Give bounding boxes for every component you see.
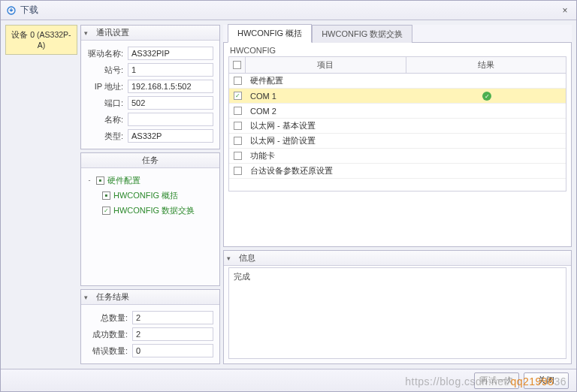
row-type: 类型:AS332P <box>87 128 213 144</box>
panel-title: 任务 <box>142 155 159 166</box>
row-checkbox-cell[interactable] <box>229 137 246 145</box>
collapse-icon[interactable]: ▾ <box>227 255 231 262</box>
collapse-icon[interactable]: ▾ <box>84 294 88 301</box>
panel-title: 信息 <box>239 252 255 264</box>
close-icon[interactable]: × <box>560 5 570 16</box>
results-body: 总数量:2 成功数量:2 错误数量:0 <box>81 305 219 363</box>
table-row[interactable]: 功能卡 <box>229 149 566 164</box>
row-item-label: 以太网 - 基本设置 <box>246 120 408 131</box>
comm-settings-body: 驱动名称:AS332PIP 站号:1 IP 地址:192.168.1.5:502… <box>81 41 219 149</box>
tree-expand-icon[interactable]: - <box>86 176 93 184</box>
results-header: ▾ 任务结果 <box>81 290 219 305</box>
label-success: 成功数量: <box>87 329 129 340</box>
table-row[interactable]: COM 2 <box>229 104 566 119</box>
device-column: 设备 0 (AS332P-A) <box>5 25 77 364</box>
value-driver-name[interactable]: AS332PIP <box>128 47 213 60</box>
table-row[interactable]: 以太网 - 基本设置 <box>229 119 566 134</box>
info-header: ▾ 信息 <box>224 251 571 266</box>
middle-column: ▾ 通讯设置 驱动名称:AS332PIP 站号:1 IP 地址:192.168.… <box>80 25 220 364</box>
row-station: 站号:1 <box>87 62 213 78</box>
checkbox-icon[interactable] <box>234 122 242 130</box>
row-item-label: 台达设备参数还原设置 <box>246 165 408 176</box>
tree-item-label: HWCONFIG 概括 <box>113 190 178 201</box>
row-checkbox-cell[interactable] <box>229 107 246 115</box>
grid-header-result: 结果 <box>406 57 566 73</box>
row-checkbox-cell[interactable] <box>229 167 246 175</box>
tab-hwconfig-overview[interactable]: HWCONFIG 概括 <box>228 24 312 43</box>
collapse-icon[interactable]: ▾ <box>84 29 88 37</box>
row-success: 成功数量:2 <box>87 326 213 342</box>
retry-button[interactable]: 再试一次 <box>474 372 519 389</box>
grid-header-checkbox[interactable] <box>229 57 246 73</box>
tree-root[interactable]: - 硬件配置 <box>86 173 215 188</box>
checkbox-icon[interactable] <box>234 77 242 85</box>
value-port[interactable]: 502 <box>128 96 213 110</box>
checkbox-icon[interactable] <box>234 137 242 145</box>
success-icon: ✓ <box>482 92 491 101</box>
row-checkbox-cell[interactable] <box>229 122 246 130</box>
label-type: 类型: <box>87 131 125 142</box>
row-checkbox-cell[interactable] <box>229 77 246 85</box>
device-chip[interactable]: 设备 0 (AS332P-A) <box>5 25 77 55</box>
row-item-label: 硬件配置 <box>246 75 408 86</box>
grid-body[interactable]: 硬件配置✓COM 1✓COM 2以太网 - 基本设置以太网 - 进阶设置功能卡台… <box>229 74 566 191</box>
window-title: 下载 <box>20 4 38 17</box>
grid-group-label: HWCONFIG <box>224 43 571 56</box>
label-total: 总数量: <box>87 312 129 324</box>
row-item-label: COM 1 <box>246 92 408 101</box>
grid-container: HWCONFIG 概括 HWCONFIG 数据交换 HWCONFIG 项目 结果… <box>223 25 572 247</box>
tree-root-label: 硬件配置 <box>107 175 140 186</box>
tab-bar: HWCONFIG 概括 HWCONFIG 数据交换 <box>223 25 572 43</box>
tree-checkbox[interactable] <box>102 207 110 215</box>
row-total: 总数量:2 <box>87 309 213 326</box>
row-item-label: COM 2 <box>246 107 408 116</box>
row-item-label: 功能卡 <box>246 150 408 161</box>
value-station[interactable]: 1 <box>128 63 213 77</box>
panel-title: 任务结果 <box>96 291 129 303</box>
info-panel: ▾ 信息 完成 <box>223 250 572 364</box>
row-checkbox-cell[interactable]: ✓ <box>229 92 246 100</box>
tree-item-exchange[interactable]: HWCONFIG 数据交换 <box>102 203 215 218</box>
tree-checkbox[interactable] <box>96 176 104 185</box>
tree-item-label: HWCONFIG 数据交换 <box>113 205 195 216</box>
dialog-body: 设备 0 (AS332P-A) ▾ 通讯设置 驱动名称:AS332PIP 站号:… <box>1 20 576 369</box>
value-success: 2 <box>132 327 213 341</box>
value-name[interactable] <box>128 113 213 126</box>
close-button[interactable]: 关闭 <box>524 372 569 389</box>
label-ip: IP 地址: <box>87 81 125 92</box>
table-row[interactable]: ✓COM 1✓ <box>229 89 566 104</box>
label-driver-name: 驱动名称: <box>87 48 125 59</box>
value-ip[interactable]: 192.168.1.5:502 <box>128 80 213 93</box>
row-driver-name: 驱动名称:AS332PIP <box>87 45 213 62</box>
tab-content: HWCONFIG 项目 结果 硬件配置✓COM 1✓COM 2以太网 - 基本设… <box>223 43 572 247</box>
row-error: 错误数量:0 <box>87 342 213 359</box>
row-ip: IP 地址:192.168.1.5:502 <box>87 78 213 95</box>
checkbox-icon[interactable]: ✓ <box>234 92 242 100</box>
tree-checkbox[interactable] <box>102 191 110 200</box>
checkbox-icon[interactable] <box>234 167 242 175</box>
table-row[interactable]: 台达设备参数还原设置 <box>229 164 566 179</box>
titlebar: 下载 × <box>1 1 576 20</box>
grid-header: 项目 结果 <box>229 57 566 74</box>
tree-children: HWCONFIG 概括 HWCONFIG 数据交换 <box>86 188 215 218</box>
hwconfig-grid: 项目 结果 硬件配置✓COM 1✓COM 2以太网 - 基本设置以太网 - 进阶… <box>228 56 566 191</box>
checkbox-icon[interactable] <box>234 152 242 160</box>
row-item-label: 以太网 - 进阶设置 <box>246 135 408 146</box>
download-icon <box>7 6 16 15</box>
row-checkbox-cell[interactable] <box>229 152 246 160</box>
tree-item-overview[interactable]: HWCONFIG 概括 <box>102 188 215 203</box>
titlebar-left: 下载 <box>7 4 38 17</box>
label-name: 名称: <box>87 114 125 125</box>
table-row[interactable]: 以太网 - 进阶设置 <box>229 134 566 149</box>
task-results-panel: ▾ 任务结果 总数量:2 成功数量:2 错误数量:0 <box>80 289 220 364</box>
label-error: 错误数量: <box>87 345 129 357</box>
row-port: 端口:502 <box>87 95 213 111</box>
task-panel: 任务 - 硬件配置 HWCONFIG 概括 <box>80 152 220 286</box>
table-row[interactable]: 硬件配置 <box>229 74 566 89</box>
tab-hwconfig-exchange[interactable]: HWCONFIG 数据交换 <box>312 25 412 43</box>
task-tree: - 硬件配置 HWCONFIG 概括 HWCONFIG 数据交换 <box>81 168 219 285</box>
checkbox-icon[interactable] <box>234 107 242 115</box>
comm-settings-panel: ▾ 通讯设置 驱动名称:AS332PIP 站号:1 IP 地址:192.168.… <box>80 25 220 149</box>
panel-title: 通讯设置 <box>96 27 129 38</box>
value-type[interactable]: AS332P <box>128 129 213 143</box>
